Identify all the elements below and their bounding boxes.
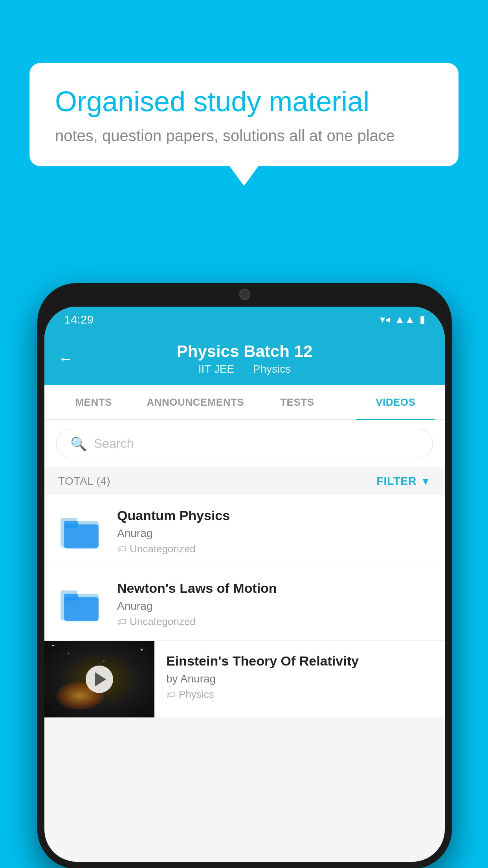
video-tag: 🏷 Uncategorized [117, 616, 431, 628]
video-list: Quantum Physics Anurag 🏷 Uncategorized [44, 495, 445, 718]
video-author: Anurag [117, 600, 431, 612]
folder-thumbnail [58, 582, 103, 627]
search-input[interactable]: 🔍 Search [56, 429, 433, 458]
tag-icon: 🏷 [166, 689, 176, 700]
header-subtitle: IIT JEE Physics [194, 363, 295, 375]
tag-icon: 🏷 [117, 616, 127, 627]
search-container: 🔍 Search [44, 420, 445, 467]
app-header: ← Physics Batch 12 IIT JEE Physics [44, 332, 445, 385]
svg-rect-3 [64, 521, 79, 528]
filter-button[interactable]: FILTER ▼ [376, 475, 431, 487]
phone-screen: 14:29 ▾◂ ▲▲ ▮ ← Physics Batch 12 IIT JEE… [44, 307, 445, 862]
tag-label: Uncategorized [130, 543, 196, 555]
tab-tests[interactable]: TESTS [248, 385, 346, 419]
tabs-container: MENTS ANNOUNCEMENTS TESTS VIDEOS [44, 385, 445, 420]
list-item[interactable]: Newton's Laws of Motion Anurag 🏷 Uncateg… [44, 568, 445, 641]
speech-bubble: Organised study material notes, question… [29, 63, 459, 166]
tab-videos[interactable]: VIDEOS [347, 385, 445, 419]
bubble-subtitle: notes, question papers, solutions all at… [55, 127, 433, 145]
svg-rect-6 [64, 597, 99, 621]
speech-bubble-container: Organised study material notes, question… [29, 63, 459, 166]
video-info: Quantum Physics Anurag 🏷 Uncategorized [117, 508, 431, 555]
phone-notch [205, 283, 284, 305]
status-icons: ▾◂ ▲▲ ▮ [380, 313, 425, 326]
total-count: TOTAL (4) [58, 475, 110, 487]
video-info: Einstein's Theory Of Relativity by Anura… [154, 641, 445, 713]
status-time: 14:29 [64, 313, 94, 326]
signal-icon: ▲▲ [395, 313, 415, 326]
tag-icon: 🏷 [117, 544, 127, 555]
video-tag: 🏷 Physics [166, 688, 433, 701]
search-icon: 🔍 [70, 436, 87, 452]
list-item[interactable]: Quantum Physics Anurag 🏷 Uncategorized [44, 495, 445, 568]
battery-icon: ▮ [420, 313, 425, 326]
search-placeholder: Search [94, 436, 134, 451]
video-image-thumbnail [44, 641, 154, 717]
video-author: Anurag [117, 527, 431, 540]
svg-rect-7 [64, 594, 79, 600]
video-title: Quantum Physics [117, 508, 431, 523]
video-author: by Anurag [166, 673, 433, 685]
folder-thumbnail [58, 509, 103, 554]
list-item[interactable]: Einstein's Theory Of Relativity by Anura… [44, 641, 445, 718]
phone-frame: 14:29 ▾◂ ▲▲ ▮ ← Physics Batch 12 IIT JEE… [37, 283, 452, 868]
subtitle-part2: Physics [253, 363, 291, 375]
filter-row: TOTAL (4) FILTER ▼ [44, 467, 445, 495]
tag-label: Physics [179, 688, 214, 701]
front-camera [239, 289, 250, 300]
tag-label: Uncategorized [130, 616, 196, 628]
video-info: Newton's Laws of Motion Anurag 🏷 Uncateg… [117, 581, 431, 628]
wifi-icon: ▾◂ [380, 313, 390, 326]
tab-ments[interactable]: MENTS [44, 385, 143, 419]
svg-rect-2 [64, 524, 99, 548]
video-title: Einstein's Theory Of Relativity [166, 653, 433, 669]
filter-icon: ▼ [420, 475, 431, 487]
tab-announcements[interactable]: ANNOUNCEMENTS [143, 385, 248, 419]
play-triangle-icon [95, 672, 106, 686]
video-tag: 🏷 Uncategorized [117, 543, 431, 555]
bubble-title: Organised study material [55, 85, 433, 118]
subtitle-part1: IIT JEE [198, 363, 234, 375]
video-title: Newton's Laws of Motion [117, 581, 431, 596]
status-bar: 14:29 ▾◂ ▲▲ ▮ [44, 307, 445, 332]
play-button[interactable] [86, 666, 113, 693]
filter-label: FILTER [376, 475, 416, 487]
back-button[interactable]: ← [58, 350, 73, 367]
header-title: Physics Batch 12 [177, 342, 313, 361]
